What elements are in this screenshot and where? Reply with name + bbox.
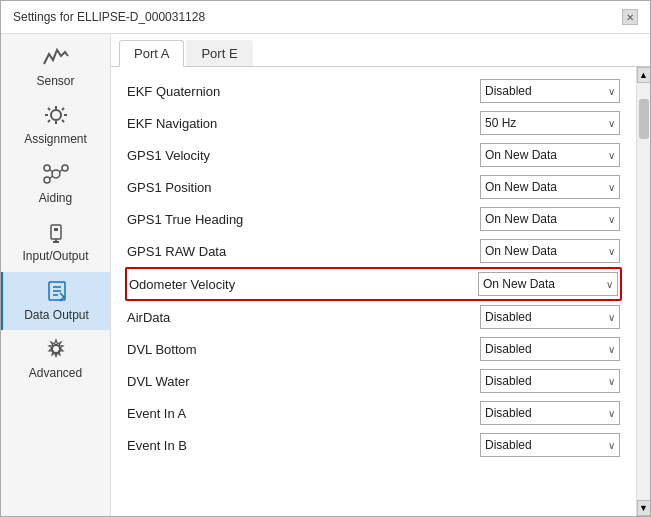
select-ekf-navigation[interactable]: DisabledOn New Data1 Hz2 Hz5 Hz10 Hz20 H… (480, 111, 620, 135)
row-label-odometer-velocity: Odometer Velocity (129, 277, 478, 292)
select-gps1-velocity[interactable]: DisabledOn New Data1 Hz2 Hz5 Hz10 Hz20 H… (480, 143, 620, 167)
right-panel: Port A Port E EKF QuaternionDisabledOn N… (111, 34, 650, 516)
row-label-airdata: AirData (127, 310, 480, 325)
content-area: EKF QuaternionDisabledOn New Data1 Hz2 H… (111, 67, 636, 516)
select-wrapper-dvl-water: DisabledOn New Data1 Hz2 Hz5 Hz10 Hz20 H… (480, 369, 620, 393)
sidebar: Sensor Assignm (1, 34, 111, 516)
sidebar-item-advanced[interactable]: Advanced (1, 330, 110, 388)
svg-line-14 (59, 170, 62, 172)
select-wrapper-odometer-velocity: DisabledOn New Data1 Hz2 Hz5 Hz10 Hz20 H… (478, 272, 618, 296)
table-row-odometer-velocity: Odometer VelocityDisabledOn New Data1 Hz… (125, 267, 622, 301)
table-row-event-in-a: Event In ADisabledOn New Data1 Hz2 Hz5 H… (127, 397, 620, 429)
svg-point-11 (62, 165, 68, 171)
svg-rect-16 (51, 225, 61, 239)
svg-point-0 (51, 110, 61, 120)
panel-with-scroll: EKF QuaternionDisabledOn New Data1 Hz2 H… (111, 67, 650, 516)
scrollbar-up-button[interactable]: ▲ (637, 67, 651, 83)
table-row-gps1-raw-data: GPS1 RAW DataDisabledOn New Data1 Hz2 Hz… (127, 235, 620, 267)
svg-point-10 (44, 165, 50, 171)
svg-point-9 (52, 170, 60, 178)
table-row-gps1-true-heading: GPS1 True HeadingDisabledOn New Data1 Hz… (127, 203, 620, 235)
tab-bar: Port A Port E (111, 34, 650, 67)
select-dvl-bottom[interactable]: DisabledOn New Data1 Hz2 Hz5 Hz10 Hz20 H… (480, 337, 620, 361)
select-wrapper-ekf-quaternion: DisabledOn New Data1 Hz2 Hz5 Hz10 Hz20 H… (480, 79, 620, 103)
sidebar-item-assignment[interactable]: Assignment (1, 96, 110, 154)
sensor-icon (42, 46, 70, 71)
assignment-icon (43, 104, 69, 129)
sidebar-item-data-output[interactable]: Data Output (1, 272, 110, 330)
svg-line-7 (62, 108, 64, 110)
select-wrapper-gps1-position: DisabledOn New Data1 Hz2 Hz5 Hz10 Hz20 H… (480, 175, 620, 199)
table-row-gps1-velocity: GPS1 VelocityDisabledOn New Data1 Hz2 Hz… (127, 139, 620, 171)
select-gps1-true-heading[interactable]: DisabledOn New Data1 Hz2 Hz5 Hz10 Hz20 H… (480, 207, 620, 231)
sidebar-item-sensor[interactable]: Sensor (1, 38, 110, 96)
svg-line-8 (48, 120, 50, 122)
svg-line-5 (48, 108, 50, 110)
row-label-ekf-quaternion: EKF Quaternion (127, 84, 480, 99)
select-wrapper-gps1-velocity: DisabledOn New Data1 Hz2 Hz5 Hz10 Hz20 H… (480, 143, 620, 167)
row-label-gps1-velocity: GPS1 Velocity (127, 148, 480, 163)
select-gps1-raw-data[interactable]: DisabledOn New Data1 Hz2 Hz5 Hz10 Hz20 H… (480, 239, 620, 263)
input-output-icon (43, 221, 69, 246)
select-airdata[interactable]: DisabledOn New Data1 Hz2 Hz5 Hz10 Hz20 H… (480, 305, 620, 329)
advanced-icon (43, 338, 69, 363)
svg-rect-17 (54, 228, 58, 231)
sidebar-item-advanced-label: Advanced (29, 366, 82, 380)
svg-point-12 (44, 177, 50, 183)
svg-line-6 (62, 120, 64, 122)
sidebar-item-aiding-label: Aiding (39, 191, 72, 205)
sidebar-item-input-output-label: Input/Output (22, 249, 88, 263)
title-bar: Settings for ELLIPSE-D_000031128 ✕ (1, 1, 650, 34)
aiding-icon (43, 163, 69, 188)
table-row-ekf-navigation: EKF NavigationDisabledOn New Data1 Hz2 H… (127, 107, 620, 139)
row-label-dvl-bottom: DVL Bottom (127, 342, 480, 357)
select-wrapper-airdata: DisabledOn New Data1 Hz2 Hz5 Hz10 Hz20 H… (480, 305, 620, 329)
sidebar-item-assignment-label: Assignment (24, 132, 87, 146)
sidebar-item-input-output[interactable]: Input/Output (1, 213, 110, 271)
svg-line-15 (50, 176, 53, 178)
select-event-in-b[interactable]: DisabledOn New Data1 Hz2 Hz5 Hz10 Hz20 H… (480, 433, 620, 457)
table-row-event-in-b: Event In BDisabledOn New Data1 Hz2 Hz5 H… (127, 429, 620, 461)
select-wrapper-gps1-raw-data: DisabledOn New Data1 Hz2 Hz5 Hz10 Hz20 H… (480, 239, 620, 263)
sidebar-item-sensor-label: Sensor (36, 74, 74, 88)
select-wrapper-dvl-bottom: DisabledOn New Data1 Hz2 Hz5 Hz10 Hz20 H… (480, 337, 620, 361)
row-label-event-in-b: Event In B (127, 438, 480, 453)
close-button[interactable]: ✕ (622, 9, 638, 25)
sidebar-item-data-output-label: Data Output (24, 308, 89, 322)
scrollbar-down-button[interactable]: ▼ (637, 500, 651, 516)
select-event-in-a[interactable]: DisabledOn New Data1 Hz2 Hz5 Hz10 Hz20 H… (480, 401, 620, 425)
row-label-gps1-raw-data: GPS1 RAW Data (127, 244, 480, 259)
select-wrapper-gps1-true-heading: DisabledOn New Data1 Hz2 Hz5 Hz10 Hz20 H… (480, 207, 620, 231)
select-odometer-velocity[interactable]: DisabledOn New Data1 Hz2 Hz5 Hz10 Hz20 H… (478, 272, 618, 296)
row-label-event-in-a: Event In A (127, 406, 480, 421)
tab-port-e[interactable]: Port E (186, 40, 252, 66)
main-content: Sensor Assignm (1, 34, 650, 516)
settings-window: Settings for ELLIPSE-D_000031128 ✕ Senso… (0, 0, 651, 517)
tab-port-a[interactable]: Port A (119, 40, 184, 67)
select-ekf-quaternion[interactable]: DisabledOn New Data1 Hz2 Hz5 Hz10 Hz20 H… (480, 79, 620, 103)
table-row-dvl-water: DVL WaterDisabledOn New Data1 Hz2 Hz5 Hz… (127, 365, 620, 397)
select-wrapper-event-in-a: DisabledOn New Data1 Hz2 Hz5 Hz10 Hz20 H… (480, 401, 620, 425)
data-output-icon (44, 280, 70, 305)
row-label-gps1-true-heading: GPS1 True Heading (127, 212, 480, 227)
select-gps1-position[interactable]: DisabledOn New Data1 Hz2 Hz5 Hz10 Hz20 H… (480, 175, 620, 199)
row-label-ekf-navigation: EKF Navigation (127, 116, 480, 131)
sidebar-item-aiding[interactable]: Aiding (1, 155, 110, 213)
table-row-ekf-quaternion: EKF QuaternionDisabledOn New Data1 Hz2 H… (127, 75, 620, 107)
scrollbar: ▲ ▼ (636, 67, 650, 516)
window-title: Settings for ELLIPSE-D_000031128 (13, 10, 205, 24)
select-wrapper-event-in-b: DisabledOn New Data1 Hz2 Hz5 Hz10 Hz20 H… (480, 433, 620, 457)
select-dvl-water[interactable]: DisabledOn New Data1 Hz2 Hz5 Hz10 Hz20 H… (480, 369, 620, 393)
table-row-airdata: AirDataDisabledOn New Data1 Hz2 Hz5 Hz10… (127, 301, 620, 333)
row-label-dvl-water: DVL Water (127, 374, 480, 389)
table-row-gps1-position: GPS1 PositionDisabledOn New Data1 Hz2 Hz… (127, 171, 620, 203)
scrollbar-thumb[interactable] (639, 99, 649, 139)
row-label-gps1-position: GPS1 Position (127, 180, 480, 195)
svg-line-13 (50, 170, 53, 172)
table-row-dvl-bottom: DVL BottomDisabledOn New Data1 Hz2 Hz5 H… (127, 333, 620, 365)
select-wrapper-ekf-navigation: DisabledOn New Data1 Hz2 Hz5 Hz10 Hz20 H… (480, 111, 620, 135)
